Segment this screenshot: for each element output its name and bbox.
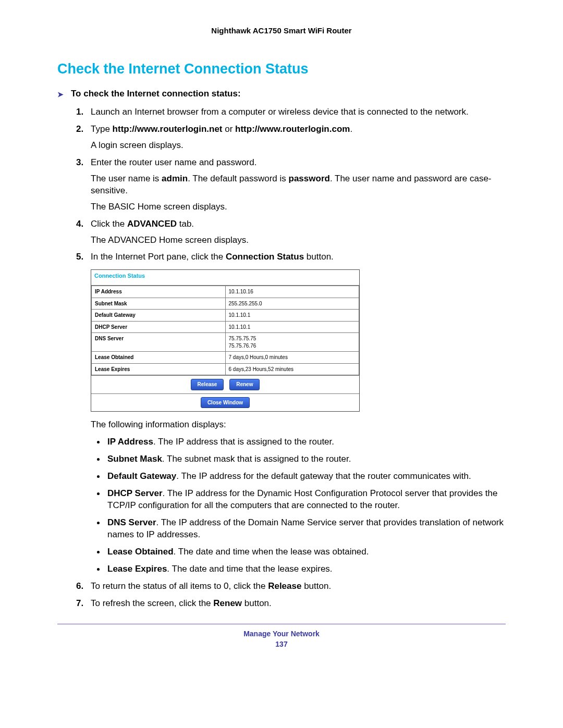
desc: . The IP address for the Dynamic Host Co… <box>107 488 497 510</box>
step-text: Click the <box>91 219 127 229</box>
step-text: button. <box>242 598 272 608</box>
dialog-title: Connection Status <box>91 270 359 286</box>
step-6: To return the status of all items to 0, … <box>78 581 506 593</box>
dialog-button-row-2: Close Window <box>91 393 359 412</box>
list-item: Lease Obtained. The date and time when t… <box>105 546 506 558</box>
dialog-button-row-1: Release Renew <box>91 375 359 393</box>
list-item: Subnet Mask. The subnet mask that is ass… <box>105 453 506 465</box>
row-label: Lease Expires <box>92 363 226 375</box>
procedure-heading: ➤To check the Internet connection status… <box>57 89 506 99</box>
term: Lease Expires <box>107 564 167 574</box>
list-item: Lease Expires. The date and time that th… <box>105 563 506 575</box>
step-7: To refresh the screen, click the Renew b… <box>78 598 506 610</box>
step-text: . <box>350 124 352 134</box>
procedure-steps: Launch an Internet browser from a comput… <box>57 106 506 609</box>
section-title: Check the Internet Connection Status <box>57 61 506 77</box>
step-3: Enter the router user name and password.… <box>78 157 506 213</box>
step-text: button. <box>304 252 334 262</box>
desc: . The date and time that the lease expir… <box>167 564 332 574</box>
desc: . The date and time when the lease was o… <box>174 547 369 557</box>
t: password <box>289 174 330 183</box>
step-text: Enter the router user name and password. <box>91 157 256 167</box>
t: admin <box>162 174 188 183</box>
table-row: DHCP Server10.1.10.1 <box>92 321 359 333</box>
desc: . The IP address of the Domain Name Serv… <box>107 517 504 539</box>
step-text: or <box>223 124 236 134</box>
step-text: button. <box>301 581 331 591</box>
page-header: Nighthawk AC1750 Smart WiFi Router <box>57 26 506 35</box>
step-para: The following information displays: <box>91 419 506 431</box>
footer-separator <box>57 624 506 624</box>
table-row: Subnet Mask255.255.255.0 <box>92 298 359 310</box>
page-number: 137 <box>57 640 506 648</box>
row-value: 255.255.255.0 <box>225 298 359 310</box>
step-text: To return the status of all items to 0, … <box>91 581 268 591</box>
step-text: In the Internet Port pane, click the <box>91 252 226 262</box>
step-1: Launch an Internet browser from a comput… <box>78 106 506 118</box>
step-2: Type http://www.routerlogin.net or http:… <box>78 124 506 152</box>
table-row: Default Gateway10.1.10.1 <box>92 310 359 322</box>
desc: . The IP address that is assigned to the… <box>153 437 334 447</box>
table-row: IP Address10.1.10.16 <box>92 286 359 298</box>
term: Lease Obtained <box>107 547 174 557</box>
t: . The default password is <box>188 174 288 183</box>
row-label: Subnet Mask <box>92 298 226 310</box>
row-value: 6 days,23 Hours,52 minutes <box>225 363 359 375</box>
row-label: DNS Server <box>92 333 226 352</box>
row-label: Default Gateway <box>92 310 226 322</box>
term: DHCP Server <box>107 488 163 498</box>
button-name: Renew <box>213 598 242 608</box>
list-item: DNS Server. The IP address of the Domain… <box>105 517 506 541</box>
url-1: http://www.routerlogin.net <box>113 124 223 134</box>
list-item: Default Gateway. The IP address for the … <box>105 471 506 483</box>
list-item: DHCP Server. The IP address for the Dyna… <box>105 488 506 512</box>
page-footer: Manage Your Network 137 <box>57 630 506 648</box>
t: The user name is <box>91 174 162 183</box>
desc: . The subnet mask that is assigned to th… <box>162 454 351 464</box>
tab-name: ADVANCED <box>127 219 177 229</box>
row-value: 10.1.10.1 <box>225 321 359 333</box>
chapter-name: Manage Your Network <box>243 630 320 638</box>
row-value: 10.1.10.16 <box>225 286 359 298</box>
row-value: 7 days,0 Hours,0 minutes <box>225 352 359 364</box>
step-text: Launch an Internet browser from a comput… <box>91 107 469 117</box>
step-text: Type <box>91 124 113 134</box>
row-value: 10.1.10.1 <box>225 310 359 322</box>
step-text: To refresh the screen, click the <box>91 598 213 608</box>
button-name: Connection Status <box>226 252 304 262</box>
table-row: Lease Expires6 days,23 Hours,52 minutes <box>92 363 359 375</box>
field-descriptions: IP Address. The IP address that is assig… <box>91 436 506 575</box>
renew-button[interactable]: Renew <box>229 379 260 390</box>
step-para: The BASIC Home screen displays. <box>91 201 506 213</box>
url-2: http://www.routerlogin.com <box>235 124 350 134</box>
button-name: Release <box>268 581 301 591</box>
arrow-icon: ➤ <box>57 90 71 98</box>
term: DNS Server <box>107 517 156 527</box>
close-window-button[interactable]: Close Window <box>201 397 250 409</box>
step-5: In the Internet Port pane, click the Con… <box>78 251 506 575</box>
connection-status-table: IP Address10.1.10.16 Subnet Mask255.255.… <box>91 286 359 375</box>
row-label: Lease Obtained <box>92 352 226 364</box>
list-item: IP Address. The IP address that is assig… <box>105 436 506 448</box>
step-para: A login screen displays. <box>91 140 506 152</box>
step-4: Click the ADVANCED tab. The ADVANCED Hom… <box>78 218 506 246</box>
release-button[interactable]: Release <box>191 379 224 390</box>
step-text: tab. <box>177 219 194 229</box>
row-label: IP Address <box>92 286 226 298</box>
connection-status-dialog: Connection Status IP Address10.1.10.16 S… <box>91 269 360 412</box>
step-para: The user name is admin. The default pass… <box>91 173 506 197</box>
step-para: The ADVANCED Home screen displays. <box>91 235 506 246</box>
table-row: Lease Obtained7 days,0 Hours,0 minutes <box>92 352 359 364</box>
row-label: DHCP Server <box>92 321 226 333</box>
term: Subnet Mask <box>107 454 162 464</box>
term: IP Address <box>107 437 153 447</box>
procedure-heading-text: To check the Internet connection status: <box>71 89 241 98</box>
desc: . The IP address for the default gateway… <box>176 471 471 481</box>
term: Default Gateway <box>107 471 176 481</box>
table-row: DNS Server75.75.75.75 75.75.76.76 <box>92 333 359 352</box>
row-value: 75.75.75.75 75.75.76.76 <box>225 333 359 352</box>
